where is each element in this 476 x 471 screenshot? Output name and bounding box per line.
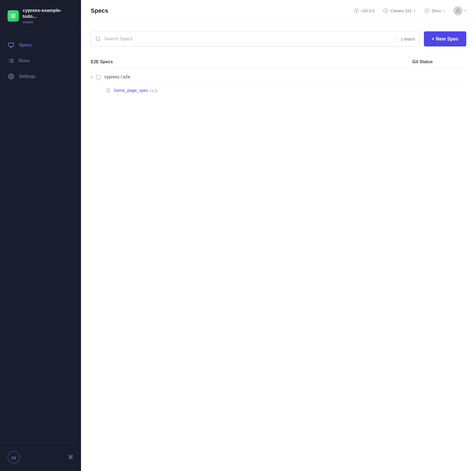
chevron-down-icon: ▾ — [91, 75, 93, 79]
svg-point-15 — [384, 8, 388, 13]
col-git-header: Git Status — [412, 59, 466, 64]
folder-path: cypress / e2e — [104, 75, 130, 79]
file-icon — [106, 88, 111, 93]
svg-point-12 — [10, 76, 12, 77]
search-bar[interactable]: 1 Match — [91, 31, 420, 46]
sidebar-item-specs[interactable]: Specs — [0, 37, 81, 53]
new-spec-button[interactable]: + New Spec — [424, 31, 466, 46]
spec-name-highlight: home_page_spec — [114, 88, 148, 93]
cy-logo: cy — [8, 451, 20, 463]
specs-label: Specs — [19, 42, 32, 48]
project-branch: master — [23, 20, 73, 24]
sidebar: cypress-example-todo... master Specs — [0, 0, 81, 471]
docs-label: Docs — [432, 8, 441, 13]
svg-point-14 — [356, 10, 357, 11]
search-input[interactable] — [104, 36, 390, 42]
docs-selector[interactable]: Docs ▾ — [424, 8, 445, 14]
canary-selector[interactable]: Canary 101 ▾ — [383, 8, 416, 14]
spec-filename: home_page_spec.cy.js — [114, 88, 158, 93]
svg-point-2 — [12, 15, 14, 16]
sidebar-nav: Specs Runs Setti — [0, 31, 81, 443]
runs-icon — [8, 57, 15, 64]
main-content: Specs v10.0.0 Canary 101 ▾ Docs ▾ — [81, 0, 476, 471]
cypress-logo-icon — [10, 12, 17, 19]
project-icon — [8, 10, 19, 22]
spec-name-ext: .cy.js — [148, 88, 158, 93]
specs-icon — [8, 42, 15, 49]
svg-point-13 — [354, 8, 359, 13]
canary-label: Canary 101 — [391, 8, 412, 13]
keyboard-shortcut-icon[interactable]: ⌘ — [68, 454, 73, 460]
canary-icon — [383, 8, 389, 14]
version-label: v10.0.0 — [361, 8, 374, 13]
svg-point-19 — [457, 9, 459, 11]
version-icon — [354, 8, 359, 14]
settings-icon — [8, 73, 15, 80]
sidebar-header: cypress-example-todo... master — [0, 0, 81, 31]
version-selector[interactable]: v10.0.0 — [354, 8, 374, 14]
toolbar: 1 Match + New Spec — [91, 31, 466, 46]
project-name: cypress-example-todo... — [23, 8, 73, 19]
search-icon — [95, 36, 101, 42]
sidebar-item-runs[interactable]: Runs — [0, 53, 81, 69]
svg-point-16 — [385, 10, 387, 11]
folder-row[interactable]: ▾ cypress / e2e — [91, 70, 466, 84]
project-info: cypress-example-todo... master — [23, 8, 73, 24]
page-title: Specs — [91, 7, 108, 14]
project-logo[interactable]: cypress-example-todo... master — [8, 8, 73, 24]
canary-chevron-icon: ▾ — [414, 9, 416, 12]
runs-label: Runs — [19, 58, 30, 64]
settings-label: Settings — [19, 74, 35, 79]
search-divider — [395, 35, 395, 43]
col-spec-header: E2E Specs — [91, 59, 412, 64]
user-icon — [455, 8, 461, 14]
avatar — [453, 6, 463, 15]
folder-icon — [96, 74, 101, 80]
specs-table-header: E2E Specs Git Status — [91, 56, 466, 68]
docs-icon — [424, 8, 430, 14]
content-area: 1 Match + New Spec E2E Specs Git Status … — [81, 22, 476, 471]
user-avatar[interactable]: ▾ — [453, 6, 466, 15]
match-count: 1 Match — [401, 37, 415, 41]
svg-line-21 — [99, 40, 100, 41]
topbar: Specs v10.0.0 Canary 101 ▾ Docs ▾ — [81, 0, 476, 22]
svg-point-17 — [424, 8, 429, 13]
svg-point-18 — [426, 10, 427, 11]
svg-rect-3 — [9, 43, 13, 46]
docs-chevron-icon: ▾ — [443, 9, 445, 12]
sidebar-footer: cy ⌘ — [0, 443, 81, 471]
user-chevron-icon: ▾ — [465, 9, 466, 12]
sidebar-item-settings[interactable]: Settings — [0, 69, 81, 84]
spec-file-row[interactable]: home_page_spec.cy.js — [91, 84, 466, 97]
